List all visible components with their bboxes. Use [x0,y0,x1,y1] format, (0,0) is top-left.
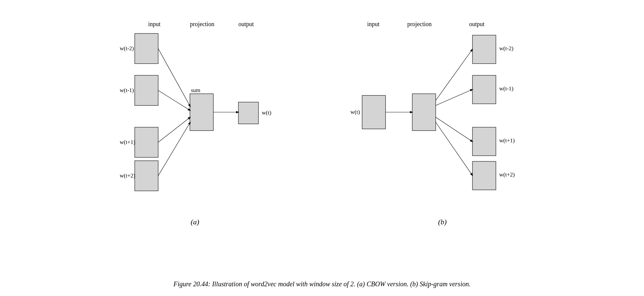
cbow-output-box [238,102,258,124]
cbow-arrow-3 [158,117,190,142]
cbow-output-label: output [238,21,254,27]
cbow-projection-label: projection [190,21,214,27]
skipgram-svg: input projection output w(t) w(t-2) w(t-… [349,17,536,211]
sg-output-label: output [469,21,485,27]
sg-arrow-out-4 [436,122,472,175]
skipgram-diagram: input projection output w(t) w(t-2) w(t-… [349,17,536,226]
sg-output-label-1: w(t-2) [499,45,513,52]
cbow-input-label: input [148,21,160,27]
sg-output-box-3 [472,127,496,156]
sg-output-box-4 [472,161,496,190]
sg-output-label-4: w(t+2) [499,171,515,178]
sg-input-box [362,95,386,129]
sg-wt-input-label: w(t) [350,109,360,115]
cbow-input-box-3 [135,127,158,157]
cbow-input-box-2 [135,75,158,105]
sg-projection-box [412,94,436,131]
cbow-input-label-3: w(t+1) [120,139,135,145]
sg-arrow-out-2 [436,89,472,105]
cbow-label: (a) [191,218,199,226]
cbow-input-label-1: w(t-2) [120,45,134,52]
figure-caption: Figure 20.44: Illustration of word2vec m… [147,279,497,289]
sg-projection-label: projection [407,21,432,27]
skipgram-label: (b) [438,218,447,226]
cbow-input-label-2: w(t-1) [120,87,134,93]
sg-output-box-2 [472,75,496,104]
cbow-svg: input projection output w(t-2) w(t-1) w(… [108,17,282,211]
sg-arrow-out-3 [436,117,472,142]
cbow-input-box-1 [135,33,158,64]
cbow-diagram: input projection output w(t-2) w(t-1) w(… [108,17,282,226]
cbow-input-label-4: w(t+2) [120,172,135,179]
cbow-arrow-1 [158,49,190,106]
sg-output-label-3: w(t+1) [499,137,515,144]
cbow-input-box-4 [135,161,158,191]
sg-arrow-out-1 [436,49,472,100]
sg-output-box-1 [472,35,496,64]
cbow-arrow-4 [158,122,190,176]
sg-output-label-2: w(t-1) [499,85,513,92]
main-container: input projection output w(t-2) w(t-1) w(… [0,0,644,296]
cbow-projection-box [190,94,213,131]
cbow-sum-label: sum [191,87,200,93]
cbow-wt-label: w(t) [262,109,271,116]
diagrams-row: input projection output w(t-2) w(t-1) w(… [13,7,631,269]
cbow-arrow-2 [158,90,190,110]
sg-input-label: input [367,21,380,27]
